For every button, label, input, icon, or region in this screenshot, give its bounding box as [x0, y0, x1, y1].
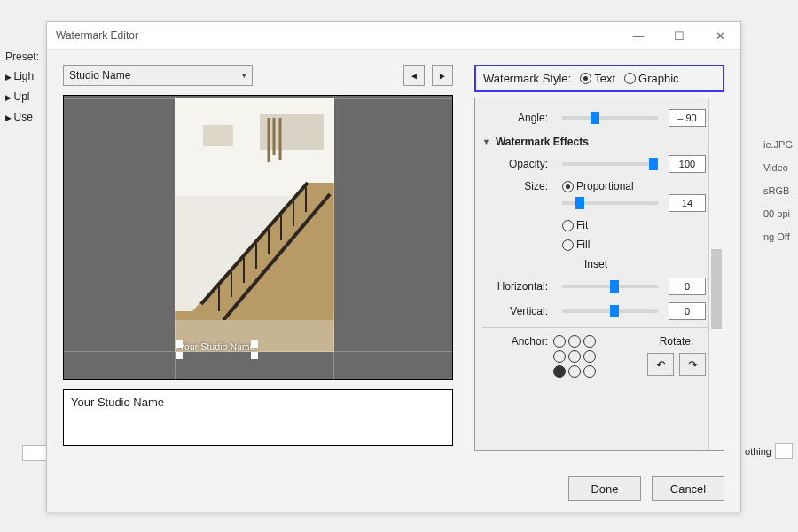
resize-handle[interactable]	[176, 340, 183, 348]
anchor-grid	[553, 335, 596, 378]
size-slider[interactable]	[562, 201, 658, 205]
resize-handle[interactable]	[251, 340, 258, 348]
app-root: Preset: Ligh Upl Use ie.JPG Video sRGB 0…	[0, 0, 798, 532]
options-scroll-panel: Angle: – 90 ▼ Watermark Effects Opacity:…	[474, 98, 724, 451]
close-button[interactable]: ✕	[700, 22, 740, 49]
effects-section-header[interactable]: ▼ Watermark Effects	[482, 136, 706, 148]
anchor-cell-7[interactable]	[568, 365, 581, 378]
maximize-button[interactable]: ☐	[659, 22, 700, 49]
anchor-label: Anchor:	[486, 335, 548, 348]
radio-label: Fit	[576, 219, 588, 231]
bg-bottom-dropdown[interactable]	[775, 443, 793, 459]
watermark-text-input[interactable]: Your Studio Name	[63, 389, 453, 446]
radio-icon	[580, 73, 591, 84]
radio-label: Fill	[576, 239, 590, 251]
preview-canvas[interactable]: Your Studio Name	[63, 95, 453, 380]
radio-icon	[562, 239, 574, 251]
size-slider-row: 14	[486, 194, 706, 212]
bg-info-line: ng Off	[763, 225, 793, 248]
size-fit-row: Fit	[486, 219, 706, 231]
angle-value[interactable]: – 90	[669, 109, 706, 127]
bg-item[interactable]: Upl	[5, 87, 34, 107]
preset-value: Studio Name	[69, 69, 130, 82]
bg-right-info: ie.JPG Video sRGB 00 ppi ng Off	[763, 133, 793, 248]
anchor-cell-2[interactable]	[583, 335, 596, 348]
inset-h-slider[interactable]	[562, 285, 658, 288]
cancel-button[interactable]: Cancel	[652, 476, 724, 501]
anchor-cell-1[interactable]	[568, 335, 581, 348]
bg-info-line: Video	[763, 156, 793, 179]
rotate-ccw-button[interactable]: ↶	[647, 353, 674, 376]
resize-handle[interactable]	[251, 352, 258, 359]
watermark-editor-dialog: Watermark Editor — ☐ ✕ Studio Name ▾ ◄ ►	[46, 21, 741, 512]
anchor-cell-6[interactable]	[553, 365, 566, 378]
style-graphic-radio[interactable]: Graphic	[624, 72, 679, 85]
dialog-body: Studio Name ▾ ◄ ►	[47, 49, 740, 467]
right-column: Watermark Style: Text Graphic Angle: – 9…	[474, 65, 724, 451]
preset-dropdown[interactable]: Studio Name ▾	[63, 65, 253, 86]
bg-preset-label: Preset:	[5, 51, 39, 63]
slider-knob[interactable]	[649, 158, 658, 170]
opacity-slider[interactable]	[562, 162, 658, 166]
prev-image-button[interactable]: ◄	[403, 65, 425, 86]
size-label: Size:	[486, 180, 548, 192]
rotate-group: Rotate: ↶ ↷	[647, 335, 706, 376]
scrollbar[interactable]	[708, 98, 724, 450]
scrollbar-thumb[interactable]	[711, 249, 722, 329]
slider-knob[interactable]	[591, 112, 599, 124]
inset-h-value[interactable]: 0	[669, 278, 706, 295]
size-value[interactable]: 14	[669, 194, 706, 212]
window-controls: — ☐ ✕	[618, 22, 740, 49]
disclosure-triangle-icon: ▼	[482, 137, 490, 146]
opacity-row: Opacity: 100	[486, 155, 706, 173]
radio-label: Proportional	[576, 180, 634, 192]
rotate-cw-button[interactable]: ↷	[679, 353, 706, 376]
guide-line	[64, 351, 452, 352]
dialog-footer: Done Cancel	[568, 476, 724, 501]
inset-h-label: Horizontal:	[486, 280, 548, 293]
guide-line	[64, 98, 452, 99]
slider-knob[interactable]	[575, 197, 584, 209]
anchor-cell-0[interactable]	[553, 335, 566, 348]
preview-image	[175, 98, 334, 352]
anchor-cell-8[interactable]	[583, 365, 596, 378]
guide-line	[333, 96, 334, 379]
slider-knob[interactable]	[610, 280, 619, 293]
anchor-cell-5[interactable]	[583, 350, 596, 363]
style-text-radio[interactable]: Text	[580, 72, 615, 85]
inset-v-slider[interactable]	[562, 309, 658, 313]
opacity-value[interactable]: 100	[669, 155, 706, 173]
inset-v-value[interactable]: 0	[669, 302, 706, 320]
anchor-cell-4[interactable]	[568, 350, 581, 363]
angle-slider[interactable]	[562, 116, 658, 120]
style-label: Watermark Style:	[483, 72, 571, 85]
watermark-overlay-text[interactable]: Your Studio Name	[179, 342, 255, 352]
slider-knob[interactable]	[610, 305, 619, 317]
next-image-button[interactable]: ►	[432, 65, 453, 86]
rotate-label: Rotate:	[647, 335, 706, 348]
anchor-row: Anchor:	[486, 335, 706, 378]
bg-item[interactable]: Ligh	[5, 66, 34, 87]
button-label: Cancel	[670, 482, 706, 496]
bg-bottom-combo: othing	[745, 443, 793, 459]
bg-item[interactable]: Use	[5, 107, 34, 128]
radio-label: Text	[594, 72, 615, 85]
watermark-style-group: Watermark Style: Text Graphic	[474, 65, 724, 92]
done-button[interactable]: Done	[568, 476, 641, 501]
titlebar: Watermark Editor — ☐ ✕	[47, 22, 740, 50]
watermark-text-value: Your Studio Name	[71, 395, 164, 409]
radio-label: Graphic	[638, 72, 679, 85]
svg-rect-3	[203, 125, 233, 146]
size-fit-radio[interactable]: Fit	[562, 219, 588, 231]
opacity-label: Opacity:	[486, 158, 548, 170]
dialog-title: Watermark Editor	[56, 29, 138, 42]
radio-icon	[562, 181, 574, 192]
size-proportional-radio[interactable]: Proportional	[562, 180, 634, 192]
size-fill-radio[interactable]: Fill	[562, 239, 590, 251]
minimize-button[interactable]: —	[618, 22, 659, 49]
resize-handle[interactable]	[176, 352, 183, 359]
anchor-cell-3[interactable]	[553, 350, 566, 363]
size-fill-row: Fill	[486, 239, 706, 251]
chevron-down-icon: ▾	[242, 71, 246, 80]
angle-label: Angle:	[486, 112, 548, 124]
